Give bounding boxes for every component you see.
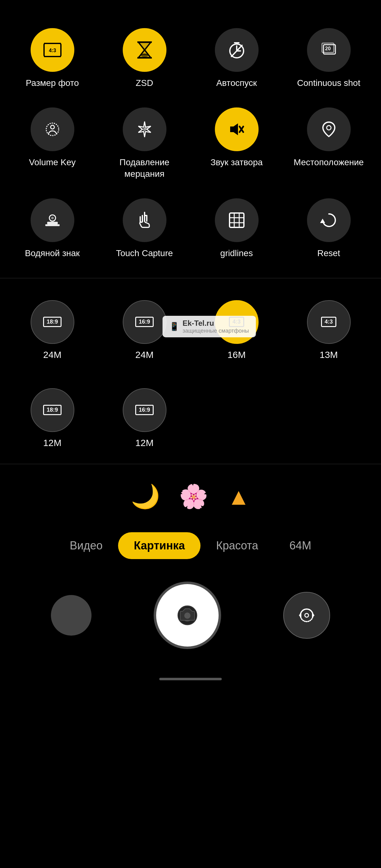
settings-item-touch-capture[interactable]: Touch Capture [98, 189, 191, 268]
flip-camera-icon [296, 604, 318, 626]
touch-capture-label: Touch Capture [116, 248, 173, 259]
svg-marker-37 [299, 612, 301, 618]
watermark-icon [41, 209, 63, 231]
mode-tabs: Видео Картинка Красота 64M [0, 526, 381, 571]
settings-item-volume-key[interactable]: Volume Key [6, 98, 98, 189]
gridlines-icon-circle [215, 198, 259, 242]
settings-item-continuous[interactable]: 20 Continuous shot [283, 19, 375, 98]
settings-grid: 4:3 Размер фото ZSD [0, 0, 381, 278]
macro-mode-icon[interactable]: 🌸 [179, 483, 208, 510]
watermark-site-text: Ek-Tel.ru [182, 319, 249, 328]
settings-item-gridlines[interactable]: gridlines [191, 189, 283, 268]
tab-64m[interactable]: 64M [274, 532, 327, 559]
flicker-icon [134, 118, 156, 140]
resolution-row-2: 18:9 12M 16:9 12M [6, 379, 375, 458]
gallery-thumbnail[interactable] [51, 595, 92, 636]
shutter-button[interactable] [156, 584, 219, 647]
settings-item-watermark[interactable]: Водяной знак [6, 189, 98, 268]
home-bar [159, 678, 222, 680]
resolution-item-12m-18-9[interactable]: 18:9 12M [6, 379, 98, 458]
location-icon [318, 118, 340, 140]
resolution-section: 📱 Ek-Tel.ru защищенные смартфоны 18:9 24… [0, 278, 381, 464]
gridlines-label: gridlines [220, 248, 253, 259]
watermark-logo-icon: 📱 [169, 322, 179, 331]
resolution-placeholder-2 [283, 379, 375, 458]
photo-size-icon-circle: 4:3 [31, 28, 74, 72]
touch-capture-icon [134, 209, 156, 231]
settings-item-zsd[interactable]: ZSD [98, 19, 191, 98]
camera-shutter-icon [173, 601, 201, 629]
ratio-label-16-9-a: 16:9 [135, 317, 153, 327]
reset-icon-circle [307, 198, 351, 242]
ratio-label-18-9-a: 18:9 [43, 317, 61, 327]
settings-item-autotimer[interactable]: Автоспуск [191, 19, 283, 98]
zsd-label: ZSD [136, 78, 153, 89]
resolution-circle-12m-18-9: 18:9 [31, 388, 74, 432]
shutter-sound-icon-circle [215, 107, 259, 151]
settings-item-shutter-sound[interactable]: Звук затвора [191, 98, 283, 189]
svg-marker-32 [320, 219, 325, 223]
touch-capture-icon-circle [123, 198, 166, 242]
svg-point-18 [51, 125, 54, 129]
continuous-label: Continuous shot [297, 78, 360, 89]
zsd-icon-circle [123, 28, 166, 72]
watermark-overlay: 📱 Ek-Tel.ru защищенные смартфоны [162, 316, 256, 337]
shutter-sound-icon [226, 118, 248, 140]
continuous-icon-circle: 20 [307, 28, 351, 72]
tab-beauty[interactable]: Красота [200, 532, 274, 559]
resolution-circle-24m-18-9: 18:9 [31, 300, 74, 344]
svg-point-26 [51, 217, 54, 219]
ratio-label-18-9-b: 18:9 [43, 405, 61, 415]
svg-point-35 [184, 613, 191, 619]
watermark-sub-text: защищенные смартфоны [182, 328, 249, 334]
settings-item-location[interactable]: Местоположение [283, 98, 375, 189]
home-indicator [0, 672, 381, 690]
flicker-label: Подавление мерцания [101, 157, 187, 180]
svg-marker-36 [312, 612, 315, 618]
tab-beauty-label: Красота [216, 539, 258, 552]
resolution-item-24m-18-9[interactable]: 18:9 24M [6, 291, 98, 370]
volume-key-icon-circle [31, 107, 74, 151]
resolution-item-12m-16-9[interactable]: 16:9 12M [98, 379, 191, 458]
continuous-icon: 20 [318, 39, 340, 61]
hdr-mode-icon[interactable]: ▲ [227, 483, 250, 510]
resolution-circle-12m-16-9: 16:9 [123, 388, 166, 432]
settings-item-reset[interactable]: Reset [283, 189, 375, 268]
location-icon-circle [307, 107, 351, 151]
tab-video[interactable]: Видео [54, 532, 118, 559]
camera-controls [0, 571, 381, 672]
svg-point-38 [305, 614, 309, 617]
photo-size-label: Размер фото [26, 78, 79, 89]
svg-text:4:3: 4:3 [49, 48, 56, 53]
tab-picture[interactable]: Картинка [118, 532, 200, 559]
ratio-label-4-3-b: 4:3 [321, 317, 336, 327]
volume-key-icon [41, 118, 63, 140]
scene-icons-row: 🌙 🌸 ▲ [0, 464, 381, 526]
tab-video-label: Видео [70, 539, 102, 552]
reset-icon [318, 209, 340, 231]
ratio-label-16-9-b: 16:9 [135, 405, 153, 415]
res-size-24m-a: 24M [43, 349, 61, 360]
flip-camera-button[interactable] [283, 592, 330, 639]
resolution-item-13m-4-3[interactable]: 4:3 13M [283, 291, 375, 370]
svg-rect-24 [45, 224, 60, 226]
res-size-13m: 13M [319, 349, 338, 360]
night-mode-icon[interactable]: 🌙 [131, 483, 160, 510]
resolution-placeholder-1 [191, 379, 283, 458]
settings-item-photo-size[interactable]: 4:3 Размер фото [6, 19, 98, 98]
zsd-icon [134, 39, 156, 61]
photo-size-icon: 4:3 [41, 39, 63, 61]
svg-point-22 [327, 126, 331, 130]
autotimer-icon-circle [215, 28, 259, 72]
svg-point-9 [141, 54, 148, 57]
gridlines-icon [226, 209, 248, 231]
autotimer-icon [226, 39, 248, 61]
settings-item-flicker[interactable]: Подавление мерцания [98, 98, 191, 189]
tab-picture-label: Картинка [134, 539, 185, 552]
resolution-circle-24m-16-9: 16:9 [123, 300, 166, 344]
res-size-16m: 16M [227, 349, 246, 360]
watermark-label: Водяной знак [25, 248, 80, 259]
watermark-text-block: Ek-Tel.ru защищенные смартфоны [182, 319, 249, 334]
res-size-24m-b: 24M [135, 349, 153, 360]
resolution-circle-13m-4-3: 4:3 [307, 300, 351, 344]
